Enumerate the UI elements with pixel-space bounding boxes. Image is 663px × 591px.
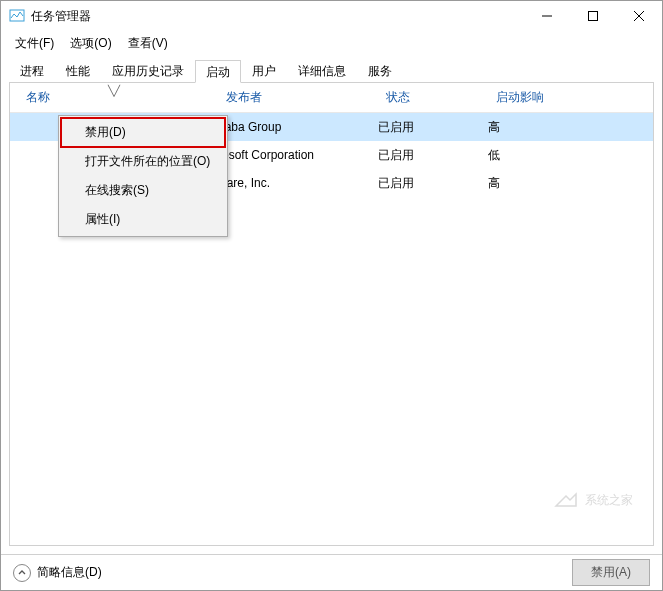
- cell-publisher: rosoft Corporation: [218, 148, 378, 162]
- cell-impact: 高: [488, 119, 653, 136]
- cell-impact: 高: [488, 175, 653, 192]
- svg-rect-2: [589, 12, 598, 21]
- menu-options[interactable]: 选项(O): [62, 33, 119, 54]
- minimize-button[interactable]: [524, 1, 570, 31]
- cell-publisher: ware, Inc.: [218, 176, 378, 190]
- content-area: 名称 ╲╱ 发布者 状态 启动影响 baba Group 已启用 高 rosof…: [9, 82, 654, 546]
- ctx-open-location[interactable]: 打开文件所在的位置(O): [61, 147, 225, 176]
- cell-publisher: baba Group: [218, 120, 378, 134]
- tab-history[interactable]: 应用历史记录: [101, 59, 195, 82]
- statusbar: 简略信息(D) 禁用(A): [1, 554, 662, 590]
- svg-rect-0: [10, 10, 24, 21]
- column-publisher[interactable]: 发布者: [218, 85, 378, 110]
- tab-startup[interactable]: 启动: [195, 60, 241, 83]
- menu-view[interactable]: 查看(V): [120, 33, 176, 54]
- close-button[interactable]: [616, 1, 662, 31]
- ctx-properties[interactable]: 属性(I): [61, 205, 225, 234]
- task-manager-window: 任务管理器 文件(F) 选项(O) 查看(V) 进程 性能 应用历史记录 启动 …: [0, 0, 663, 591]
- tab-users[interactable]: 用户: [241, 59, 287, 82]
- context-menu: 禁用(D) 打开文件所在的位置(O) 在线搜索(S) 属性(I): [58, 115, 228, 237]
- fewer-details-label: 简略信息(D): [37, 564, 102, 581]
- tabbar: 进程 性能 应用历史记录 启动 用户 详细信息 服务: [9, 59, 654, 83]
- column-status[interactable]: 状态: [378, 85, 488, 110]
- column-name-label: 名称: [26, 90, 50, 104]
- column-name[interactable]: 名称 ╲╱: [18, 85, 218, 110]
- cell-impact: 低: [488, 147, 653, 164]
- cell-status: 已启用: [378, 147, 488, 164]
- chevron-up-icon: [13, 564, 31, 582]
- cell-status: 已启用: [378, 175, 488, 192]
- ctx-search-online[interactable]: 在线搜索(S): [61, 176, 225, 205]
- column-headers: 名称 ╲╱ 发布者 状态 启动影响: [10, 83, 653, 113]
- app-icon: [9, 8, 25, 24]
- tab-services[interactable]: 服务: [357, 59, 403, 82]
- disable-button[interactable]: 禁用(A): [572, 559, 650, 586]
- menu-file[interactable]: 文件(F): [7, 33, 62, 54]
- tab-processes[interactable]: 进程: [9, 59, 55, 82]
- ctx-disable[interactable]: 禁用(D): [61, 118, 225, 147]
- maximize-button[interactable]: [570, 1, 616, 31]
- tab-details[interactable]: 详细信息: [287, 59, 357, 82]
- window-controls: [524, 1, 662, 31]
- sort-indicator-icon: ╲╱: [108, 85, 120, 96]
- window-title: 任务管理器: [31, 8, 524, 25]
- menubar: 文件(F) 选项(O) 查看(V): [1, 31, 662, 55]
- tab-performance[interactable]: 性能: [55, 59, 101, 82]
- titlebar: 任务管理器: [1, 1, 662, 31]
- column-impact[interactable]: 启动影响: [488, 85, 653, 110]
- cell-status: 已启用: [378, 119, 488, 136]
- fewer-details-button[interactable]: 简略信息(D): [13, 564, 102, 582]
